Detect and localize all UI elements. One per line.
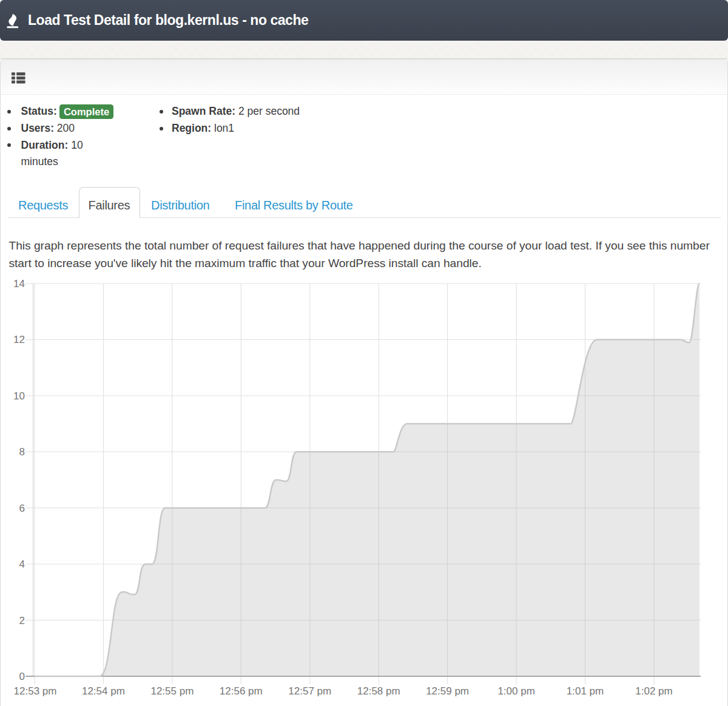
svg-text:2: 2 <box>19 615 25 626</box>
svg-text:0: 0 <box>19 671 25 682</box>
svg-text:12:56 pm: 12:56 pm <box>220 685 263 697</box>
svg-text:12: 12 <box>13 334 25 345</box>
svg-text:1:01 pm: 1:01 pm <box>567 685 604 697</box>
svg-text:12:55 pm: 12:55 pm <box>150 685 194 697</box>
svg-text:12:59 pm: 12:59 pm <box>426 685 469 697</box>
svg-text:4: 4 <box>19 558 25 570</box>
svg-text:6: 6 <box>19 503 25 514</box>
svg-text:12:53 pm: 12:53 pm <box>14 685 57 697</box>
svg-text:1:00 pm: 1:00 pm <box>497 685 534 697</box>
svg-text:14: 14 <box>13 278 25 290</box>
svg-text:12:58 pm: 12:58 pm <box>357 685 400 697</box>
svg-text:8: 8 <box>19 446 25 458</box>
svg-text:12:57 pm: 12:57 pm <box>288 685 331 697</box>
svg-text:1:02 pm: 1:02 pm <box>635 685 672 697</box>
svg-text:12:54 pm: 12:54 pm <box>82 685 125 697</box>
svg-text:10: 10 <box>13 390 25 402</box>
